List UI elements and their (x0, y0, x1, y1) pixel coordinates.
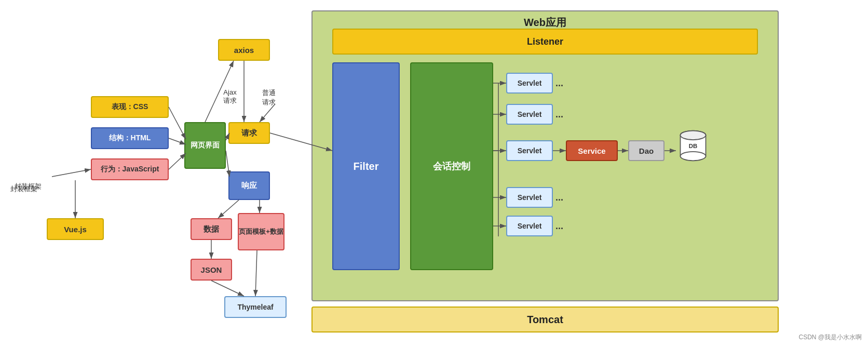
css-label: 表现：CSS (112, 102, 148, 112)
web-app-title: Web应用 (313, 16, 778, 30)
data-label: 数据 (204, 224, 219, 234)
dots-2: ... (555, 109, 563, 120)
ajax-request-label: Ajax请求 (223, 88, 237, 105)
servlet-box-2: Servlet (506, 104, 553, 125)
filter-box: Filter (332, 62, 400, 270)
axios-box: axios (218, 39, 270, 61)
listener-label: Listener (527, 36, 563, 47)
js-label: 行为：JavaScript (101, 165, 159, 174)
dots-5: ... (555, 221, 563, 232)
html-box: 结构：HTML (91, 127, 169, 149)
tomcat-bar: Tomcat (311, 307, 779, 332)
session-label: 会话控制 (433, 160, 470, 172)
svg-line-10 (52, 169, 91, 177)
dao-label: Dao (639, 147, 654, 155)
encapsulate-label-text: 封装框架 (15, 182, 42, 191)
listener-box: Listener (332, 29, 758, 55)
svg-line-8 (169, 138, 186, 144)
svg-line-20 (211, 281, 244, 296)
request-label: 请求 (241, 128, 257, 138)
diagram-container: Web应用 Tomcat Listener Filter 会话控制 Servle… (0, 0, 868, 346)
json-label: JSON (201, 265, 222, 274)
svg-line-21 (255, 250, 257, 296)
page-template-box: 页面模板+数据 (238, 213, 284, 250)
service-label: Service (578, 147, 605, 155)
servlet-box-1: Servlet (506, 73, 553, 94)
page-template-label: 页面模板+数据 (239, 227, 283, 236)
svg-line-7 (169, 107, 186, 139)
servlet-label-2: Servlet (518, 110, 542, 118)
json-box: JSON (191, 259, 232, 281)
db-cylinder: DB (675, 129, 711, 165)
dots-4: ... (555, 192, 563, 203)
svg-point-3 (681, 131, 706, 140)
vuejs-label: Vue.js (64, 225, 87, 234)
tomcat-label: Tomcat (527, 314, 563, 326)
servlet-label-1: Servlet (518, 79, 542, 87)
servlet-label-5: Servlet (518, 222, 542, 230)
filter-label: Filter (354, 161, 379, 172)
servlet-box-5: Servlet (506, 216, 553, 236)
thymeleaf-label: Thymeleaf (237, 303, 273, 311)
servlet-label-4: Servlet (518, 193, 542, 202)
js-box: 行为：JavaScript (91, 158, 169, 180)
service-box: Service (566, 140, 618, 161)
svg-line-17 (218, 200, 239, 218)
vuejs-box: Vue.js (47, 218, 104, 240)
svg-line-9 (169, 153, 186, 169)
servlet-label-3: Servlet (518, 147, 542, 155)
html-label: 结构：HTML (109, 134, 151, 143)
session-control-box: 会话控制 (410, 62, 493, 270)
svg-text:DB: DB (689, 143, 697, 149)
webpage-box: 网页界面 (184, 122, 226, 169)
axios-label: axios (234, 46, 254, 55)
normal-request-label: 普通请求 (262, 88, 276, 107)
servlet-box-4: Servlet (506, 187, 553, 208)
db-icon: DB (675, 129, 711, 165)
thymeleaf-box: Thymeleaf (224, 296, 287, 318)
svg-point-2 (681, 152, 706, 161)
data-box: 数据 (191, 218, 232, 240)
webpage-label: 网页界面 (191, 141, 220, 150)
dots-1: ... (555, 78, 563, 89)
css-box: 表现：CSS (91, 96, 169, 118)
watermark: CSDN @我是小水水啊 (798, 333, 862, 342)
response-label: 响应 (241, 181, 257, 191)
servlet-box-3: Servlet (506, 140, 553, 161)
dao-box: Dao (628, 140, 664, 161)
request-box: 请求 (228, 122, 270, 144)
response-box: 响应 (228, 171, 270, 200)
